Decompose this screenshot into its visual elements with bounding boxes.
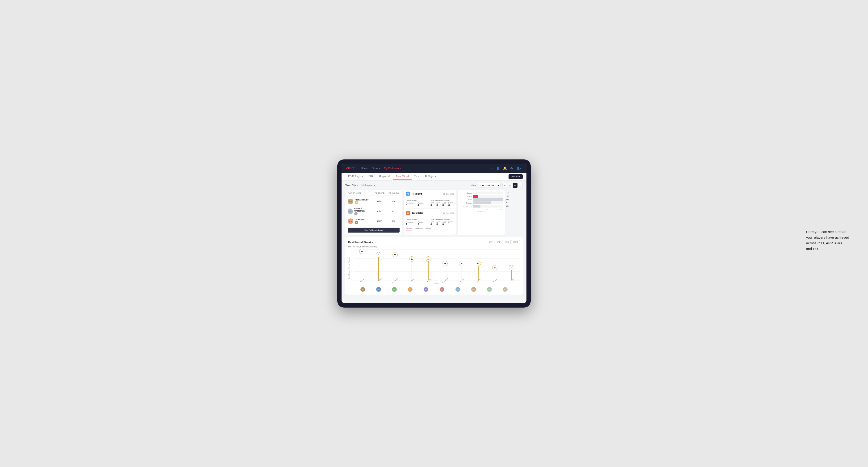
name-quick: C. Quick <box>510 278 515 282</box>
chart-row-pars: Pars 499 <box>460 198 503 201</box>
period-dropdown[interactable]: Last 3 months Last 6 months Last 12 mont… <box>478 183 500 188</box>
streaks-subtitle: Off The Tee, Fairway Accuracy <box>348 246 520 248</box>
streaks-header: Best Round Streaks ← OTT APP ARG PUTT <box>348 240 520 244</box>
rounds-player-name-1: Rees Britt <box>412 193 422 195</box>
filter-app[interactable]: APP <box>495 240 502 244</box>
chart-panel: Eagles 3 Birdies 96 <box>458 190 505 235</box>
subnav-hcaps[interactable]: Hcaps 1-5 <box>376 173 393 180</box>
bubble-britt: 5x <box>426 256 431 261</box>
bubble-quick: 3x <box>509 265 514 270</box>
detail-view-btn[interactable]: ↕ <box>518 183 523 188</box>
player-avatar-1: RB <box>348 198 353 204</box>
avatar-quick: CQ <box>503 287 507 292</box>
y-axis-label: Best Streak, Fairway Accuracy <box>348 256 350 279</box>
avatar-ford: DF <box>456 287 460 292</box>
view-leaderboard-btn[interactable]: View Full Leaderboard <box>348 228 400 232</box>
avatar-mcharg: BM <box>376 287 381 292</box>
tab-tournament[interactable]: Tournament <box>414 228 423 230</box>
rounds-entry-header-2: JC Josh Coles 26 Aug 2023 <box>406 211 454 215</box>
chart-bars: Eagles 3 Birdies 96 <box>460 191 503 208</box>
avg-2: 107 <box>388 210 400 213</box>
nav-icons: ⌕ 👤 🔔 ⚙ 👤▾ <box>491 166 522 170</box>
name-mcharg: B. McHarg <box>376 278 382 283</box>
main-content: Team Clippd | 14 Players ✏ Show Last 3 m… <box>342 181 526 303</box>
player-info-2: EC Edward Crossman 2 <box>348 207 371 215</box>
nav-home[interactable]: Home <box>361 166 368 170</box>
player-info-3: CA Cameron... 3 <box>348 218 371 224</box>
edit-icon[interactable]: ✏ <box>374 184 375 187</box>
rounds-divider-1 <box>406 209 454 209</box>
bubble-crossman: 4x <box>442 261 448 266</box>
tab-rounds[interactable]: Rounds <box>406 228 412 230</box>
team-title: Team Clippd | 14 Players ✏ <box>345 184 375 187</box>
streaks-title-row: Best Round Streaks ← <box>348 241 377 244</box>
streaks-title: Best Round Streaks <box>348 241 373 244</box>
add-team-button[interactable]: Add Team <box>508 174 523 179</box>
streaks-container-outer: Best Round Streaks ← OTT APP ARG PUTT Of… <box>345 237 523 294</box>
bell-icon[interactable]: 🔔 <box>503 166 507 170</box>
subnav-tour[interactable]: Tour <box>412 173 422 180</box>
filter-putt[interactable]: PUTT <box>511 240 520 244</box>
avatar-billingham: DB <box>392 287 397 292</box>
leaderboard-header: PLAYER NAME PB SCORE PB AVG SQ <box>348 192 400 196</box>
player-info-1: RB Richard Butler 1 <box>348 198 371 204</box>
player-name-1: Richard Butler <box>355 198 369 201</box>
avatar-ewart: EE <box>361 287 365 292</box>
name-ewart: E. Ewart <box>360 278 365 282</box>
chart-row-dbogeys: D. Bogeys + 131 <box>460 205 503 208</box>
name-coles: J. Coles <box>410 278 414 282</box>
avatar-miller: MM <box>471 287 476 292</box>
team-name: Team Clippd <box>345 184 359 187</box>
chart-axis-label: Total Shots <box>460 211 503 212</box>
chart-row-eagles: Eagles 3 <box>460 191 503 194</box>
list-view-btn[interactable]: ▤ <box>507 183 512 188</box>
view-icons: ⊞ ▤ ⊟ ↕ <box>502 183 523 188</box>
subnav-pgat[interactable]: PGAT Players <box>345 173 366 180</box>
filter-ott[interactable]: OTT <box>487 240 494 244</box>
avg-3: 103 <box>388 220 400 222</box>
subnav-pga[interactable]: PGA <box>366 173 376 180</box>
settings-icon[interactable]: ⚙ <box>510 166 513 170</box>
nav-teams[interactable]: Teams <box>372 166 380 170</box>
player-col-britt: 5x R. Britt <box>420 250 437 280</box>
rounds-avatar-2: JC <box>406 211 410 215</box>
bar-coles <box>412 258 412 280</box>
arg-1: 0 <box>442 204 448 207</box>
grid-view-btn[interactable]: ⊞ <box>502 183 507 188</box>
player-avatar-3: CA <box>348 218 353 224</box>
player-col-crossman: 4x E. Crossman <box>437 250 454 280</box>
player-col-butler: 3x R. Butler <box>487 250 503 280</box>
bubble-coles: 5x <box>409 256 414 261</box>
team-header: Team Clippd | 14 Players ✏ Show Last 3 m… <box>345 183 523 188</box>
x-axis-label: Players <box>434 283 439 284</box>
practice-val-1: 4 <box>418 204 429 207</box>
medal-gold-1: 1 <box>355 201 358 204</box>
ott-1: 0 <box>431 204 436 207</box>
player-col-coles: 5x J. Coles <box>404 250 420 280</box>
player-col-mcharg: 6x B. McHarg <box>370 250 387 280</box>
sub-nav: PGAT Players PGA Hcaps 1-5 Team Clippd T… <box>342 173 526 181</box>
subnav-team-clippd[interactable]: Team Clippd <box>393 173 412 180</box>
person-icon[interactable]: 👤 <box>496 166 500 170</box>
col-pb-score: PB SCORE <box>371 192 388 194</box>
nav-my-performance[interactable]: My Performance <box>384 166 403 170</box>
total-rounds-label-1: Total Rounds <box>406 199 429 201</box>
table-view-btn[interactable]: ⊟ <box>513 183 518 188</box>
subnav-all-players[interactable]: All Players <box>422 173 438 180</box>
tab-practice[interactable]: Practice <box>425 228 431 230</box>
annotation-line2: your players have achieved <box>806 236 849 239</box>
show-label: Show <box>470 184 476 187</box>
three-panels: PLAYER NAME PB SCORE PB AVG SQ RB Richar… <box>345 190 523 235</box>
search-icon[interactable]: ⌕ <box>491 166 493 170</box>
annotation-block: Here you can see streaks your players ha… <box>806 229 849 252</box>
name-britt: R. Britt <box>427 279 431 282</box>
avatar-crossman: EC <box>440 287 444 292</box>
filter-arg[interactable]: ARG <box>503 240 511 244</box>
player-row-2: EC Edward Crossman 2 18/20 107 <box>348 206 400 217</box>
user-menu-icon[interactable]: 👤▾ <box>516 166 522 170</box>
rounds-date-1: 02 Sep 2023 <box>443 193 454 195</box>
bubble-ewart: 7x <box>359 249 365 254</box>
streaks-arrow-icon: ← <box>374 241 377 244</box>
player-bars: 7x E. Ewart 6x B. McHarg <box>353 250 520 280</box>
name-ford: D. Ford <box>460 278 464 282</box>
